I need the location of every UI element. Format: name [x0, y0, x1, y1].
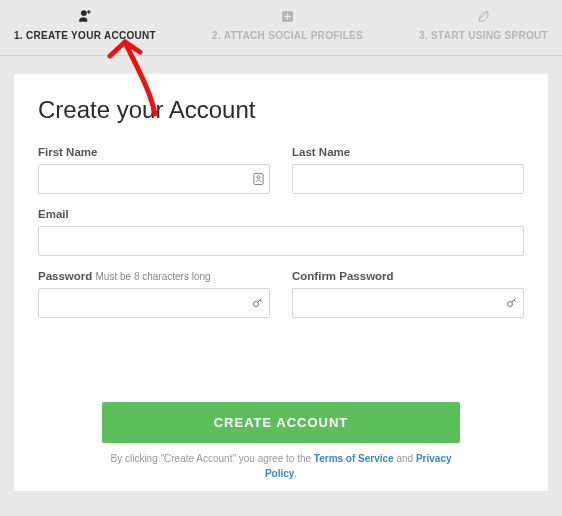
password-input[interactable]: [38, 288, 270, 318]
confirm-password-input[interactable]: [292, 288, 524, 318]
confirm-password-field-group: Confirm Password: [292, 270, 524, 318]
step-attach-profiles[interactable]: 2. ATTACH SOCIAL PROFILES: [212, 8, 363, 41]
first-name-label: First Name: [38, 146, 270, 158]
last-name-input[interactable]: [292, 164, 524, 194]
step-label: 1. CREATE YOUR ACCOUNT: [14, 30, 156, 41]
plus-square-icon: [281, 8, 294, 24]
email-label: Email: [38, 208, 524, 220]
create-account-button[interactable]: CREATE ACCOUNT: [102, 402, 460, 443]
terms-of-service-link[interactable]: Terms of Service: [314, 453, 394, 464]
agreement-text: By clicking "Create Account" you agree t…: [102, 451, 460, 481]
password-label: Password Must be 8 characters long: [38, 270, 270, 282]
step-create-account[interactable]: 1. CREATE YOUR ACCOUNT: [14, 8, 156, 41]
first-name-field-group: First Name: [38, 146, 270, 194]
cta-area: CREATE ACCOUNT By clicking "Create Accou…: [38, 402, 524, 481]
leaf-icon: [476, 8, 491, 24]
first-name-input[interactable]: [38, 164, 270, 194]
step-label: 2. ATTACH SOCIAL PROFILES: [212, 30, 363, 41]
password-field-group: Password Must be 8 characters long: [38, 270, 270, 318]
email-field-group: Email: [38, 208, 524, 256]
user-plus-icon: [78, 8, 92, 24]
onboarding-steps: 1. CREATE YOUR ACCOUNT 2. ATTACH SOCIAL …: [0, 0, 562, 56]
signup-card: Create your Account First Name Last Name…: [14, 74, 548, 491]
last-name-label: Last Name: [292, 146, 524, 158]
step-label: 3. START USING SPROUT: [419, 30, 548, 41]
step-start-using[interactable]: 3. START USING SPROUT: [419, 8, 548, 41]
email-input[interactable]: [38, 226, 524, 256]
last-name-field-group: Last Name: [292, 146, 524, 194]
confirm-password-label: Confirm Password: [292, 270, 524, 282]
page-title: Create your Account: [38, 96, 524, 124]
password-hint: Must be 8 characters long: [96, 271, 211, 282]
